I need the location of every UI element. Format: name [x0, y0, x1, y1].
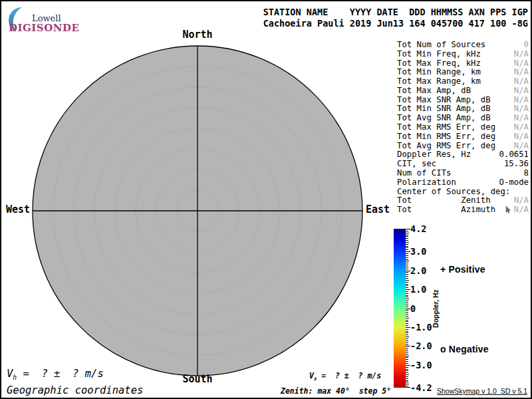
colorbar-tick — [406, 320, 408, 321]
colorbar-tick — [406, 344, 408, 345]
stat-row: Tot AzimuthN/A — [397, 205, 529, 214]
colorbar-tick — [406, 356, 409, 356]
colorbar-tick — [406, 238, 408, 239]
colorbar-tick — [406, 321, 408, 322]
colorbar-tick — [406, 235, 408, 235]
stat-label: Tot Num of Sources — [397, 40, 485, 49]
colorbar-tick — [406, 297, 408, 297]
version-text: ShowSkymap v 1.0 SD v 5.1 — [437, 387, 527, 395]
colorbar-tick — [406, 332, 408, 333]
colorbar-tick — [406, 231, 408, 231]
cursor-icon — [505, 206, 511, 213]
colorbar-tick — [406, 293, 408, 294]
colorbar-tick — [406, 287, 408, 288]
lowell-digisonde-logo: Lowell DIGISONDE — [7, 5, 93, 34]
colorbar-tick — [406, 334, 408, 335]
colorbar-tick — [406, 346, 410, 346]
colorbar-tick — [406, 323, 408, 324]
logo-text-digisonde: DIGISONDE — [9, 22, 79, 34]
colorbar-tick — [406, 338, 408, 339]
colorbar-tick-label: -2.0 — [410, 340, 432, 351]
stat-value: N/A — [514, 95, 529, 104]
colorbar-tick-label: 2.0 — [410, 265, 426, 276]
compass-label-south: South — [181, 373, 214, 385]
colorbar-tick — [406, 278, 408, 279]
colorbar-gradient — [394, 229, 406, 388]
colorbar-tick — [406, 357, 408, 358]
colorbar-tick — [406, 284, 408, 285]
colorbar-tick — [406, 253, 408, 254]
station-header: STATION NAME YYYY DATE DDD HHMMSS AXN PP… — [263, 7, 528, 29]
colorbar-tick — [406, 367, 408, 368]
colorbar-tick — [406, 350, 408, 350]
colorbar-tick — [406, 363, 408, 364]
colorbar-tick — [406, 263, 408, 263]
colorbar-tick — [406, 291, 408, 292]
colorbar-tick — [406, 380, 408, 381]
stat-value: N/A — [514, 59, 529, 68]
colorbar-tick — [406, 331, 408, 332]
colorbar-tick — [406, 348, 408, 348]
stat-row: Tot Min Freq, kHzN/A — [397, 49, 529, 59]
colorbar-tick — [406, 261, 409, 261]
colorbar-tick — [406, 354, 408, 354]
stat-label: Center of Sources, deg: — [397, 187, 510, 196]
stat-label: Num of CITs — [397, 168, 451, 178]
stats-panel: Tot Num of Sources0Tot Min Freq, kHzN/AT… — [397, 40, 529, 214]
colorbar-tick — [406, 280, 409, 281]
colorbar-tick — [406, 229, 410, 229]
vz-symbol: V — [309, 371, 314, 380]
colorbar-tick — [406, 305, 408, 305]
stat-label: Tot Azimuth — [397, 205, 495, 214]
stat-value: N/A — [514, 132, 529, 141]
colorbar-tick — [406, 318, 409, 319]
stat-row: Tot Avg RMS Err, degN/A — [397, 141, 529, 150]
station-header-values: Cachoeira Pauli 2019 Jun13 164 045700 41… — [263, 18, 528, 29]
zenith-scale-note: Zenith: max 40° step 5° — [281, 386, 391, 396]
colorbar-tick — [406, 336, 409, 337]
colorbar-tick — [406, 325, 408, 326]
colorbar-tick — [406, 352, 408, 352]
stat-value: N/A — [514, 67, 529, 76]
stat-value: N/A — [514, 196, 529, 205]
stat-label: Tot Avg SNR Amp, dB — [397, 113, 491, 122]
stat-row: Num of CITs8 — [397, 168, 529, 178]
colorbar-tick — [406, 327, 410, 328]
colorbar-tick-label: 3.0 — [410, 246, 426, 257]
colorbar-tick-label: 1.0 — [410, 284, 426, 295]
colorbar-tick — [406, 314, 408, 315]
stat-label: Tot Min Freq, kHz — [397, 49, 481, 59]
station-header-columns: STATION NAME YYYY DATE DDD HHMMSS AXN PP… — [263, 7, 528, 17]
colorbar-tick — [406, 301, 408, 301]
colorbar-tick — [406, 310, 408, 311]
stat-label: Polarization — [397, 178, 456, 187]
stat-label: Tot Max Freq, kHz — [397, 59, 481, 68]
stat-label: Doppler Res, Hz — [397, 150, 471, 159]
stat-row: Tot Min SNR Amp, dBN/A — [397, 104, 529, 114]
stat-value: 8 — [524, 168, 529, 178]
colorbar-tick — [406, 342, 408, 343]
colorbar-tick — [406, 282, 408, 283]
colorbar-tick — [406, 365, 410, 366]
coordinates-note: Geographic coordinates — [7, 384, 143, 396]
stat-label: Tot Max SNR Amp, dB — [397, 95, 491, 104]
colorbar-tick — [406, 384, 409, 384]
colorbar-tick — [406, 271, 410, 271]
vh-symbol: V — [7, 368, 13, 380]
colorbar-tick — [406, 233, 409, 233]
colorbar-tick — [406, 307, 408, 307]
stat-value: N/A — [514, 122, 529, 132]
colorbar-tick-label: 4.2 — [410, 223, 426, 234]
stat-label: Tot Min Range, km — [397, 67, 481, 76]
stat-row: Doppler Res, Hz0.0651 — [397, 150, 529, 160]
colorbar-tick — [406, 255, 408, 256]
stat-label: CIT, sec — [397, 159, 436, 168]
colorbar-tick — [406, 249, 408, 250]
colorbar-tick — [406, 289, 410, 290]
legend-positive-label: Positive — [448, 264, 485, 275]
stat-label: Tot Min SNR Amp, dB — [397, 104, 491, 113]
legend-positive: + Positive — [440, 264, 485, 275]
colorbar-tick-label: -1.0 — [410, 322, 432, 332]
stat-label: Tot Max RMS Err, deg — [397, 122, 495, 132]
stat-value: N/A — [514, 113, 529, 122]
